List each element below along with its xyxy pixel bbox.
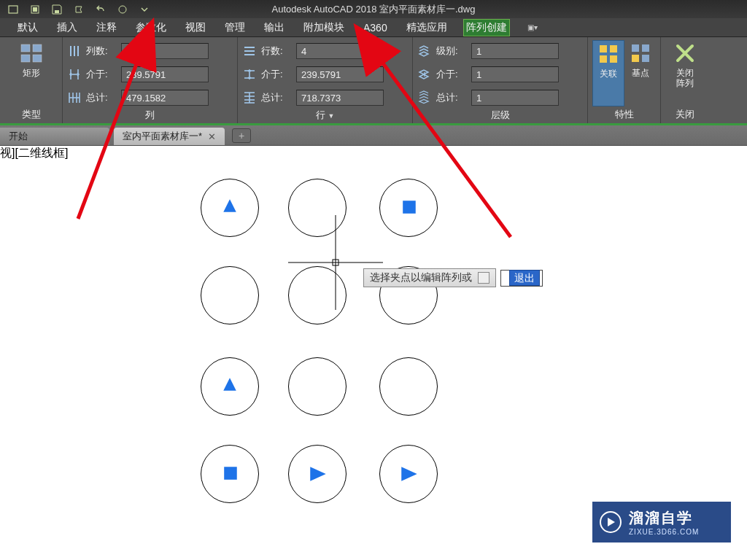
qat-tool-2[interactable] <box>25 1 45 18</box>
ribbon: 矩形 类型 列数: 介于: 总计: <box>0 37 747 125</box>
array-item[interactable] <box>201 357 259 416</box>
watermark: 溜溜自学 ZIXUE.3D66.COM <box>592 502 731 542</box>
tab-addins[interactable]: 附加模块 <box>301 19 347 36</box>
svg-rect-2 <box>33 7 37 12</box>
dynamic-input-text: 选择夹点以编辑阵列或 <box>370 271 472 284</box>
panel-rows: 行数: 介于: 总计: 行▼ <box>238 37 413 123</box>
close-x-icon <box>673 42 697 65</box>
svg-rect-7 <box>21 55 30 62</box>
watermark-url: ZIXUE.3D66.COM <box>629 528 699 536</box>
svg-rect-48 <box>333 260 338 265</box>
tab-featured[interactable]: 精选应用 <box>403 19 450 36</box>
levels-total-label: 总计: <box>436 91 467 104</box>
array-item[interactable] <box>288 266 347 324</box>
rows-total-label: 总计: <box>261 91 292 104</box>
panel-type-label: 类型 <box>0 106 62 123</box>
rows-between-icon <box>242 67 257 82</box>
drawing-canvas[interactable]: 视][二维线框] 选择夹点以编辑阵列或 退出 <box>0 146 747 560</box>
rows-count-label: 行数: <box>261 44 292 58</box>
viewport-label[interactable]: 视][二维线框] <box>0 146 68 161</box>
tab-parametric[interactable]: 参数化 <box>133 19 169 36</box>
tab-array-create[interactable]: 阵列创建 <box>463 19 510 36</box>
panel-levels-label: 层级 <box>413 107 587 124</box>
tab-manage[interactable]: 管理 <box>222 19 248 36</box>
dynamic-input: 选择夹点以编辑阵列或 退出 <box>363 268 543 287</box>
columns-count-label: 列数: <box>86 44 117 58</box>
qat-save-icon[interactable] <box>47 1 67 18</box>
levels-total-icon <box>417 90 432 105</box>
panel-columns-label: 列 <box>63 107 237 124</box>
dynamic-input-dropdown-icon[interactable] <box>478 272 489 284</box>
close-array-button[interactable]: 关闭 阵列 <box>668 40 702 106</box>
title-bar: Autodesk AutoCAD 2018 室内平面素材库一.dwg <box>0 0 747 18</box>
tab-default[interactable]: 默认 <box>15 19 41 36</box>
columns-count-input[interactable] <box>121 43 209 59</box>
svg-rect-32 <box>600 45 607 52</box>
svg-rect-5 <box>21 44 30 52</box>
tab-view[interactable]: 视图 <box>182 19 209 36</box>
svg-marker-44 <box>310 467 325 481</box>
levels-between-label: 介于: <box>436 68 467 81</box>
qat-dropdown-icon[interactable] <box>134 1 155 18</box>
basepoint-icon <box>629 42 652 65</box>
panel-properties: 关联 基点 特性 <box>588 37 661 123</box>
array-item[interactable] <box>288 179 347 237</box>
close-array-label-2: 阵列 <box>676 78 694 88</box>
columns-total-input[interactable] <box>121 90 209 106</box>
qat-tool-4[interactable] <box>69 1 89 18</box>
dynamic-input-exit: 退出 <box>509 270 540 286</box>
qat-undo-icon[interactable] <box>90 1 111 18</box>
tab-a360[interactable]: A360 <box>360 20 390 36</box>
columns-between-label: 介于: <box>86 68 117 81</box>
tab-close-icon[interactable]: ✕ <box>208 131 216 142</box>
tab-start[interactable]: 开始 <box>0 128 109 145</box>
svg-rect-8 <box>33 55 42 62</box>
tab-document-active[interactable]: 室内平面素材库一* ✕ <box>114 128 225 145</box>
panel-properties-label: 特性 <box>588 106 660 123</box>
levels-count-input[interactable] <box>471 43 559 59</box>
svg-marker-42 <box>223 378 236 391</box>
rows-between-input[interactable] <box>296 66 384 82</box>
svg-rect-3 <box>55 10 59 13</box>
tab-expand-icon[interactable]: ▣▾ <box>527 23 538 31</box>
svg-rect-43 <box>224 467 237 480</box>
tab-annotate[interactable]: 注释 <box>93 19 120 36</box>
tab-output[interactable]: 输出 <box>261 19 287 36</box>
array-item[interactable] <box>288 445 347 503</box>
columns-between-icon <box>67 67 82 82</box>
watermark-name: 溜溜自学 <box>629 508 699 528</box>
panel-type: 矩形 类型 <box>0 37 63 123</box>
rect-array-button[interactable]: 矩形 <box>15 40 48 106</box>
tab-start-label: 开始 <box>9 130 28 143</box>
svg-rect-34 <box>600 55 607 63</box>
array-item[interactable] <box>201 266 259 324</box>
array-item[interactable] <box>379 445 438 503</box>
tab-new-button[interactable]: + <box>232 128 251 143</box>
qat-tool-6[interactable] <box>112 1 133 18</box>
levels-total-input[interactable] <box>471 90 559 106</box>
tab-insert[interactable]: 插入 <box>54 19 80 36</box>
array-item[interactable] <box>379 179 438 237</box>
array-item[interactable] <box>201 445 259 503</box>
array-item[interactable] <box>379 357 438 416</box>
basepoint-button[interactable]: 基点 <box>626 40 657 106</box>
rect-array-label: 矩形 <box>23 68 40 78</box>
document-tabs: 开始 室内平面素材库一* ✕ + <box>0 125 747 146</box>
svg-rect-33 <box>610 45 617 52</box>
rows-total-input[interactable] <box>296 90 384 106</box>
rows-count-input[interactable] <box>296 43 384 59</box>
tab-document-active-label: 室内平面素材库一* <box>123 130 202 143</box>
qat-tool-1[interactable] <box>3 1 23 18</box>
dynamic-input-option[interactable]: 退出 <box>500 270 543 287</box>
svg-rect-36 <box>632 44 639 52</box>
columns-between-input[interactable] <box>121 66 209 82</box>
levels-between-input[interactable] <box>471 66 559 82</box>
dynamic-input-prompt: 选择夹点以编辑阵列或 <box>363 268 496 287</box>
array-item[interactable] <box>201 179 259 237</box>
rect-array-icon <box>20 42 43 65</box>
array-item[interactable] <box>288 357 347 416</box>
svg-marker-49 <box>608 518 615 526</box>
associative-button[interactable]: 关联 <box>592 40 624 106</box>
quick-access-toolbar <box>0 1 155 18</box>
columns-total-label: 总计: <box>86 91 117 104</box>
